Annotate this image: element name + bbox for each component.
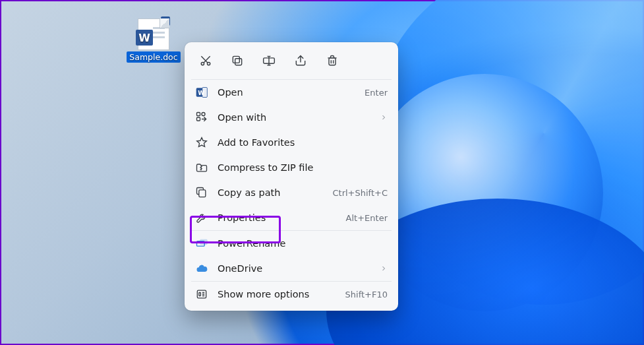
- zip-icon: [195, 161, 208, 174]
- word-icon: W: [195, 86, 208, 99]
- menu-item-label: Add to Favorites: [218, 137, 388, 148]
- svg-rect-5: [329, 58, 336, 65]
- menu-item-add-to-favorites[interactable]: Add to Favorites: [189, 130, 394, 155]
- menu-item-label: Open with: [218, 112, 370, 123]
- menu-item-compress-zip[interactable]: Compress to ZIP file: [189, 155, 394, 180]
- svg-rect-12: [199, 190, 206, 197]
- share-button[interactable]: [287, 49, 314, 73]
- menu-item-properties[interactable]: Properties Alt+Enter: [189, 205, 394, 230]
- menu-item-accelerator: Enter: [365, 88, 388, 98]
- wrench-icon: [195, 211, 208, 224]
- menu-item-open[interactable]: W Open Enter: [189, 80, 394, 105]
- svg-rect-16: [199, 293, 201, 296]
- menu-item-label: Copy as path: [218, 187, 323, 198]
- quick-action-bar: [189, 47, 394, 79]
- svg-rect-14: [200, 239, 208, 245]
- menu-item-accelerator: Shift+F10: [345, 290, 388, 299]
- svg-point-11: [202, 113, 205, 116]
- word-badge-icon: W: [136, 30, 153, 46]
- svg-rect-10: [197, 117, 200, 121]
- menu-item-show-more-options[interactable]: Show more options Shift+F10: [189, 282, 394, 307]
- more-options-icon: [195, 288, 208, 301]
- menu-item-copy-as-path[interactable]: Copy as path Ctrl+Shift+C: [189, 180, 394, 205]
- desktop[interactable]: W Sample.doc W: [0, 0, 644, 345]
- rename-button[interactable]: [256, 49, 282, 73]
- svg-rect-2: [235, 59, 242, 65]
- chevron-right-icon: [380, 113, 388, 121]
- delete-button[interactable]: [319, 49, 345, 73]
- sync-check-icon: [161, 16, 170, 26]
- menu-item-open-with[interactable]: Open with: [189, 105, 394, 130]
- menu-item-accelerator: Alt+Enter: [346, 213, 388, 223]
- svg-text:W: W: [198, 89, 204, 96]
- share-icon: [294, 54, 307, 67]
- copy-path-icon: [195, 186, 208, 199]
- menu-item-accelerator: Ctrl+Shift+C: [332, 188, 388, 198]
- menu-item-label: OneDrive: [218, 263, 370, 274]
- file-name-label: Sample.doc: [127, 51, 180, 63]
- delete-icon: [326, 54, 339, 67]
- cut-icon: [199, 54, 212, 67]
- rename-icon: [262, 54, 276, 67]
- powerrename-icon: [195, 237, 208, 250]
- open-with-icon: [195, 111, 208, 124]
- menu-item-label: Compress to ZIP file: [218, 162, 388, 173]
- document-icon: W: [138, 18, 169, 50]
- menu-item-label: Show more options: [218, 289, 336, 299]
- copy-icon: [231, 54, 244, 67]
- context-menu: W Open Enter Open with Add to Favorites: [185, 42, 398, 311]
- file-icon-sample-doc[interactable]: W Sample.doc: [127, 16, 181, 65]
- svg-point-0: [201, 62, 204, 65]
- cut-button[interactable]: [192, 49, 219, 73]
- menu-item-label: PowerRename: [218, 238, 388, 249]
- svg-rect-3: [233, 56, 239, 63]
- chevron-right-icon: [380, 265, 388, 272]
- copy-button[interactable]: [224, 49, 250, 73]
- menu-item-label: Open: [218, 87, 355, 98]
- svg-rect-9: [197, 113, 200, 116]
- menu-item-onedrive[interactable]: OneDrive: [189, 256, 394, 281]
- star-icon: [195, 136, 208, 149]
- menu-item-powerrename[interactable]: PowerRename: [189, 231, 394, 256]
- svg-point-1: [207, 62, 210, 65]
- menu-item-label: Properties: [218, 212, 337, 223]
- cloud-icon: [195, 262, 208, 275]
